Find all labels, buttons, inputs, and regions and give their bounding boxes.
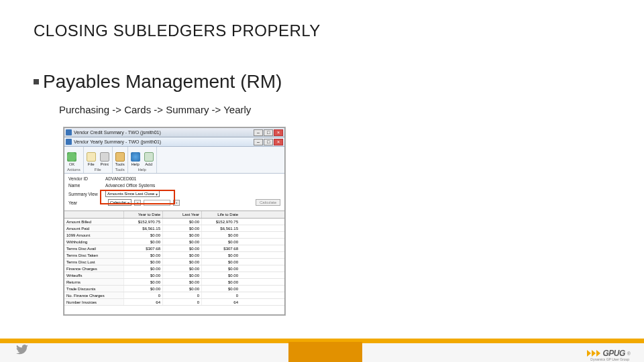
cell: Amount Billed: [64, 219, 123, 225]
summary-view-select[interactable]: Amounts Since Last Close ▾: [105, 190, 160, 197]
grid-header: Year to Date Last Year Life to Date: [64, 210, 284, 219]
bullet-icon: [34, 79, 39, 84]
cell: $0.00: [123, 272, 162, 278]
cell: $0.00: [201, 286, 240, 292]
calendar-value: Calendar: [110, 200, 126, 204]
name-value: Advanced Office Systems: [105, 183, 155, 188]
cell: $0.00: [201, 265, 240, 272]
file-icon: [87, 152, 96, 162]
cell: $0.00: [201, 259, 240, 265]
check-icon: [67, 152, 76, 162]
file-label: File: [88, 162, 95, 166]
table-row: Amount Paid$6,561.15$0.00$6,561.15: [64, 225, 284, 232]
cell: $0.00: [201, 272, 240, 278]
cell: $0.00: [123, 279, 162, 285]
table-row: Terms Disc Lost$0.00$0.00$0.00: [64, 259, 284, 265]
cell: $6,561.15: [201, 225, 240, 231]
calculate-button[interactable]: Calculate: [256, 199, 280, 206]
name-label: Name: [68, 183, 105, 188]
cell: Terms Disc Avail: [64, 245, 123, 251]
print-button[interactable]: Print: [100, 152, 109, 166]
maximize-button-2[interactable]: □: [264, 139, 273, 145]
calendar-select[interactable]: Calendar ▾: [108, 199, 131, 206]
cell: 64: [201, 299, 240, 305]
col-ly: Last Year: [162, 211, 201, 218]
table-row: 1099 Amount$0.00$0.00$0.00: [64, 232, 284, 239]
cell: $0.00: [162, 286, 201, 292]
slide: CLOSING SUBLEDGERS PROPERLY Payables Man…: [0, 0, 644, 362]
cell: $6,561.15: [123, 225, 162, 231]
cell: $0.00: [201, 239, 240, 245]
cell: Writeoffs: [64, 272, 123, 278]
footer-block: [288, 342, 362, 362]
cell: Finance Charges: [64, 265, 123, 272]
year-field[interactable]: [144, 200, 170, 206]
cell: $0.00: [201, 232, 240, 238]
app-icon: [66, 129, 72, 135]
add-note-button[interactable]: Add: [144, 152, 154, 166]
cell: $307.68: [201, 245, 240, 251]
cell: Returns: [64, 279, 123, 285]
breadcrumb: Purchasing -> Cards -> Summary -> Yearly: [59, 104, 251, 115]
section-heading: Payables Management (RM): [43, 71, 282, 93]
registered-mark: ®: [627, 351, 631, 356]
table-row: Withholding$0.00$0.00$0.00: [64, 239, 284, 245]
cell: $0.00: [162, 225, 201, 231]
cell: Terms Disc Lost: [64, 259, 123, 265]
table-row: Terms Disc Avail$307.68$0.00$307.68: [64, 245, 284, 252]
cell: 0: [123, 292, 162, 298]
cell: 1099 Amount: [64, 232, 123, 238]
cell: $0.00: [201, 252, 240, 258]
cell: No. Finance Charges: [64, 292, 123, 298]
print-label: Print: [101, 162, 109, 166]
table-row: Returns$0.00$0.00$0.00: [64, 279, 284, 286]
cell: $0.00: [123, 232, 162, 238]
close-button[interactable]: ×: [274, 129, 283, 136]
cell: $0.00: [162, 219, 201, 225]
year-prev-button[interactable]: ‹: [134, 200, 141, 206]
cell: $0.00: [162, 279, 201, 285]
cell: Terms Disc Taken: [64, 252, 123, 258]
titlebar-back: Vendor Credit Summary - TWO (jsmith01) –…: [64, 128, 284, 137]
logo-subtitle: Dynamics GP User Group: [590, 357, 629, 361]
close-button-2[interactable]: ×: [274, 139, 283, 145]
table-row: Amount Billed$152,970.75$0.00$152,970.75: [64, 219, 284, 225]
vendor-id-label: Vendor ID: [68, 176, 105, 181]
tools-button[interactable]: Tools: [115, 152, 125, 166]
ok-button[interactable]: OK: [67, 152, 76, 166]
toolbar-caption-help: Help: [131, 168, 154, 172]
table-row: Number Invoices64064: [64, 299, 284, 306]
file-button[interactable]: File: [87, 152, 96, 166]
titlebar-front: Vendor Yearly Summary - TWO (jsmith01) –…: [64, 137, 284, 147]
cell: $0.00: [162, 272, 201, 278]
add-icon: [144, 152, 154, 162]
table-row: Writeoffs$0.00$0.00$0.00: [64, 272, 284, 279]
app-icon: [66, 139, 72, 145]
cell: $0.00: [123, 259, 162, 265]
minimize-button-2[interactable]: –: [254, 139, 263, 145]
table-row: Terms Disc Taken$0.00$0.00$0.00: [64, 252, 284, 259]
maximize-button[interactable]: □: [264, 129, 273, 136]
ok-label: OK: [69, 162, 75, 166]
logo: GPUG ®: [587, 349, 631, 358]
cell: $0.00: [162, 245, 201, 251]
cell: $0.00: [162, 259, 201, 265]
cell: Trade Discounts: [64, 286, 123, 292]
help-label: Help: [131, 162, 140, 166]
year-next-button[interactable]: ›: [173, 200, 180, 206]
cell: 0: [162, 292, 201, 298]
cell: $0.00: [123, 239, 162, 245]
help-button[interactable]: Help: [131, 152, 140, 166]
minimize-button[interactable]: –: [254, 129, 263, 136]
year-label: Year: [68, 200, 105, 205]
toolbar-caption-file: File: [87, 168, 109, 172]
help-icon: [131, 152, 140, 162]
window-title-front: Vendor Yearly Summary - TWO (jsmith01): [74, 139, 161, 144]
cell: $0.00: [162, 265, 201, 272]
cell: $152,970.75: [201, 219, 240, 225]
tools-label: Tools: [115, 162, 125, 166]
cell: $0.00: [162, 239, 201, 245]
cell: Amount Paid: [64, 225, 123, 231]
window-title-back: Vendor Credit Summary - TWO (jsmith01): [74, 130, 161, 135]
cell: Number Invoices: [64, 299, 123, 305]
